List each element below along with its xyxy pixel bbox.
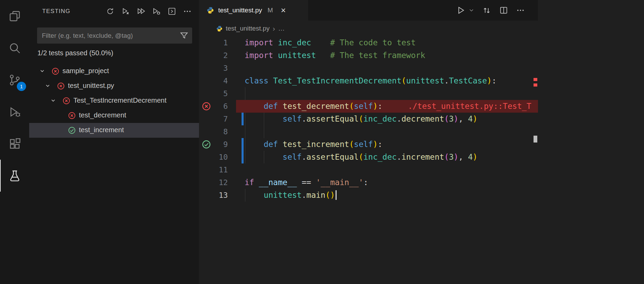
activity-source-control-button[interactable]: 1 xyxy=(0,64,29,96)
token: == xyxy=(297,178,316,187)
activity-run-debug-button[interactable] xyxy=(0,96,29,128)
test-fail-icon xyxy=(57,82,65,90)
test-tree: sample_projecttest_unittest.pyTest_TestI… xyxy=(29,64,199,138)
code-line-8[interactable]: 8 xyxy=(199,125,538,138)
token xyxy=(245,102,264,111)
tree-item-sample_project[interactable]: sample_project xyxy=(29,64,199,79)
token: ) xyxy=(454,152,458,161)
chevron-down-icon xyxy=(469,8,474,13)
token: . xyxy=(397,114,401,123)
breadcrumb-file[interactable]: test_unittest.py xyxy=(226,25,270,32)
tab-bar: test_unittest.py M ✕ xyxy=(199,0,538,21)
gutter-test-fail-icon[interactable] xyxy=(202,102,211,111)
tab-test-unittest[interactable]: test_unittest.py M ✕ xyxy=(199,0,308,21)
code-line-13[interactable]: 13 unittest.main() xyxy=(199,189,538,202)
goto-test-button[interactable] xyxy=(167,7,177,16)
gutter-test-pass-icon[interactable] xyxy=(202,140,211,149)
token: 3 xyxy=(449,114,454,123)
token: ) xyxy=(487,76,492,85)
refresh-icon xyxy=(106,7,115,16)
token: self xyxy=(283,114,302,123)
gutter-modified-indicator xyxy=(242,138,244,151)
search-icon xyxy=(8,42,21,55)
line-number: 1 xyxy=(199,36,228,49)
token: ) xyxy=(373,140,378,149)
line-number: 2 xyxy=(199,49,228,62)
open-box-icon xyxy=(167,7,176,16)
token xyxy=(254,178,259,187)
token xyxy=(273,51,278,60)
activity-testing-button[interactable] xyxy=(0,160,29,192)
code-line-7[interactable]: 7 self.assertEqual(inc_dec.decrement(3),… xyxy=(199,113,538,125)
code-line-11[interactable]: 11 xyxy=(199,163,538,176)
token: ) xyxy=(454,114,458,123)
activity-explorer-button[interactable] xyxy=(0,0,29,32)
code-line-10[interactable]: 10 self.assertEqual(inc_dec.increment(3)… xyxy=(199,151,538,163)
chevron-down-icon[interactable] xyxy=(50,97,57,104)
refresh-tests-button[interactable] xyxy=(105,7,115,16)
token: increment xyxy=(401,152,444,161)
token: decrement xyxy=(401,114,444,123)
open-changes-button[interactable] xyxy=(482,6,491,15)
rerun-failed-tests-button[interactable] xyxy=(121,7,130,16)
token xyxy=(273,38,278,47)
run-options-dropdown[interactable] xyxy=(469,8,474,13)
inline-test-error: ./test_unittest.py::Test_T xyxy=(383,102,531,111)
code-line-4[interactable]: 4class Test_TestIncrementDecrement(unitt… xyxy=(199,75,538,87)
code-line-3[interactable]: 3 xyxy=(199,62,538,75)
run-all-tests-button[interactable] xyxy=(136,7,146,16)
tab-close-icon[interactable]: ✕ xyxy=(281,7,286,14)
editor-more-actions-button[interactable] xyxy=(516,6,525,15)
overview-ruler[interactable] xyxy=(532,0,538,284)
tree-item-label: test_increment xyxy=(79,126,124,134)
token: unittest xyxy=(406,76,444,85)
code-text: self.assertEqual(inc_dec.decrement(3), 4… xyxy=(245,113,478,125)
token: 3 xyxy=(449,152,454,161)
split-editor-button[interactable] xyxy=(499,6,508,15)
token: ( xyxy=(349,102,354,111)
code-text: unittest.main() xyxy=(245,189,337,202)
tree-item-test_increment[interactable]: test_increment xyxy=(29,123,199,138)
code-text: import unittest # The test framework xyxy=(245,49,425,62)
token: ( xyxy=(359,114,363,123)
breadcrumb-more[interactable]: … xyxy=(278,25,285,32)
run-python-file-button[interactable] xyxy=(456,5,466,15)
activity-search-button[interactable] xyxy=(0,32,29,64)
editor-group: test_unittest.py M ✕ xyxy=(199,0,538,284)
debug-tests-button[interactable] xyxy=(152,7,161,16)
filter-funnel-icon[interactable] xyxy=(179,31,189,42)
activity-bar: 1 xyxy=(0,0,29,284)
tree-item-test_decrement[interactable]: test_decrement xyxy=(29,108,199,123)
more-actions-button[interactable] xyxy=(183,7,192,16)
code-text: self.assertEqual(inc_dec.increment(3), 4… xyxy=(245,151,478,163)
activity-extensions-button[interactable] xyxy=(0,128,29,160)
line-number: 5 xyxy=(199,87,228,100)
testing-toolbar xyxy=(105,7,192,16)
token: : xyxy=(363,178,368,187)
token: ( xyxy=(349,140,354,149)
chevron-down-icon[interactable] xyxy=(44,82,51,89)
token: self xyxy=(354,102,373,111)
code-line-1[interactable]: 1import inc_dec # The code to test xyxy=(199,36,538,49)
token: inc_dec xyxy=(278,38,311,47)
token xyxy=(278,140,283,149)
tree-item-label: Test_TestIncrementDecrement xyxy=(73,96,166,104)
code-line-9[interactable]: 9 def test_increment(self): xyxy=(199,138,538,151)
code-line-6[interactable]: 6 def test_decrement(self):./test_unitte… xyxy=(199,100,538,113)
code-line-2[interactable]: 2import unittest # The test framework xyxy=(199,49,538,62)
vscode-window: 1 TESTING xyxy=(0,0,538,284)
chevron-down-icon[interactable] xyxy=(39,68,46,75)
code-text: def test_increment(self): xyxy=(245,138,383,151)
code-text: import inc_dec # The code to test xyxy=(245,36,416,49)
code-line-5[interactable]: 5 xyxy=(199,87,538,100)
token: TestCase xyxy=(449,76,487,85)
line-number: 10 xyxy=(199,151,228,163)
tree-item-test_unittest.py[interactable]: test_unittest.py xyxy=(29,79,199,93)
line-number: 3 xyxy=(199,62,228,75)
editor-actions xyxy=(456,0,538,21)
token: __name__ xyxy=(259,178,297,187)
tree-item-Test_TestIncrementDecrement[interactable]: Test_TestIncrementDecrement xyxy=(29,93,199,108)
run-all-icon xyxy=(137,7,145,16)
code-line-12[interactable]: 12if __name__ == '__main__': xyxy=(199,176,538,189)
test-filter-input[interactable] xyxy=(37,27,192,44)
